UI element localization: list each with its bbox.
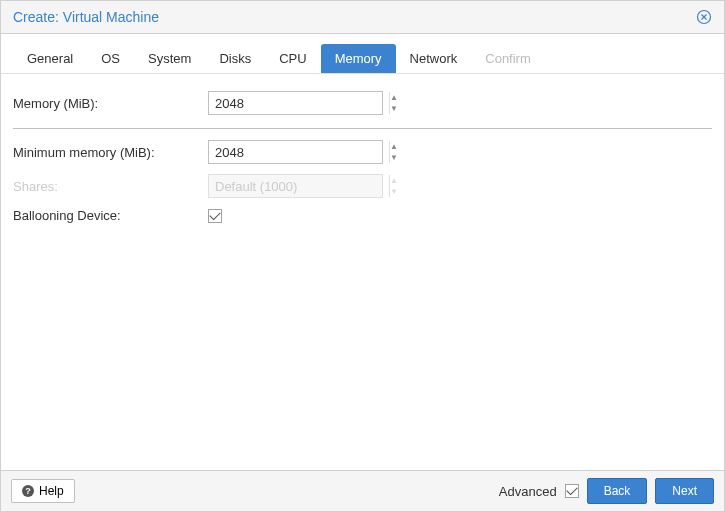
advanced-checkbox[interactable] bbox=[565, 484, 579, 498]
label-shares: Shares: bbox=[13, 179, 208, 194]
ballooning-checkbox[interactable] bbox=[208, 209, 222, 223]
label-ballooning: Ballooning Device: bbox=[13, 208, 208, 223]
chevron-down-icon: ▼ bbox=[390, 186, 398, 197]
shares-spinner-arrows: ▲ ▼ bbox=[389, 175, 398, 197]
next-button[interactable]: Next bbox=[655, 478, 714, 504]
dialog-window: Create: Virtual Machine General OS Syste… bbox=[0, 0, 725, 512]
label-memory: Memory (MiB): bbox=[13, 96, 208, 111]
chevron-down-icon[interactable]: ▼ bbox=[390, 152, 398, 163]
dialog-header: Create: Virtual Machine bbox=[1, 1, 724, 34]
minmemory-field[interactable]: ▲ ▼ bbox=[208, 140, 383, 164]
help-button-label: Help bbox=[39, 484, 64, 498]
tab-cpu[interactable]: CPU bbox=[265, 44, 320, 73]
row-minmemory: Minimum memory (MiB): ▲ ▼ bbox=[13, 135, 712, 169]
tab-disks[interactable]: Disks bbox=[205, 44, 265, 73]
tab-network[interactable]: Network bbox=[396, 44, 472, 73]
help-button[interactable]: ? Help bbox=[11, 479, 75, 503]
tab-bar: General OS System Disks CPU Memory Netwo… bbox=[1, 34, 724, 74]
row-shares: Shares: ▲ ▼ bbox=[13, 169, 712, 203]
chevron-up-icon: ▲ bbox=[390, 175, 398, 186]
ballooning-checkbox-wrap bbox=[208, 209, 383, 223]
divider bbox=[13, 128, 712, 129]
tab-system[interactable]: System bbox=[134, 44, 205, 73]
shares-input bbox=[209, 175, 389, 197]
dialog-title: Create: Virtual Machine bbox=[13, 9, 159, 25]
memory-input[interactable] bbox=[209, 92, 389, 114]
memory-field[interactable]: ▲ ▼ bbox=[208, 91, 383, 115]
chevron-up-icon[interactable]: ▲ bbox=[390, 92, 398, 103]
tab-general[interactable]: General bbox=[13, 44, 87, 73]
dialog-footer: ? Help Advanced Back Next bbox=[1, 470, 724, 511]
label-minmemory: Minimum memory (MiB): bbox=[13, 145, 208, 160]
tab-os[interactable]: OS bbox=[87, 44, 134, 73]
chevron-down-icon[interactable]: ▼ bbox=[390, 103, 398, 114]
footer-right: Advanced Back Next bbox=[499, 478, 714, 504]
row-memory: Memory (MiB): ▲ ▼ bbox=[13, 86, 712, 120]
chevron-up-icon[interactable]: ▲ bbox=[390, 141, 398, 152]
content-area: Memory (MiB): ▲ ▼ Minimum memory (MiB): … bbox=[1, 74, 724, 470]
shares-field: ▲ ▼ bbox=[208, 174, 383, 198]
minmemory-input[interactable] bbox=[209, 141, 389, 163]
tab-confirm: Confirm bbox=[471, 44, 545, 73]
help-icon: ? bbox=[22, 485, 34, 497]
close-icon[interactable] bbox=[696, 9, 712, 25]
memory-spinner-arrows: ▲ ▼ bbox=[389, 92, 398, 114]
back-button[interactable]: Back bbox=[587, 478, 648, 504]
minmemory-spinner-arrows: ▲ ▼ bbox=[389, 141, 398, 163]
row-ballooning: Ballooning Device: bbox=[13, 203, 712, 228]
advanced-label: Advanced bbox=[499, 484, 557, 499]
tab-memory[interactable]: Memory bbox=[321, 44, 396, 73]
